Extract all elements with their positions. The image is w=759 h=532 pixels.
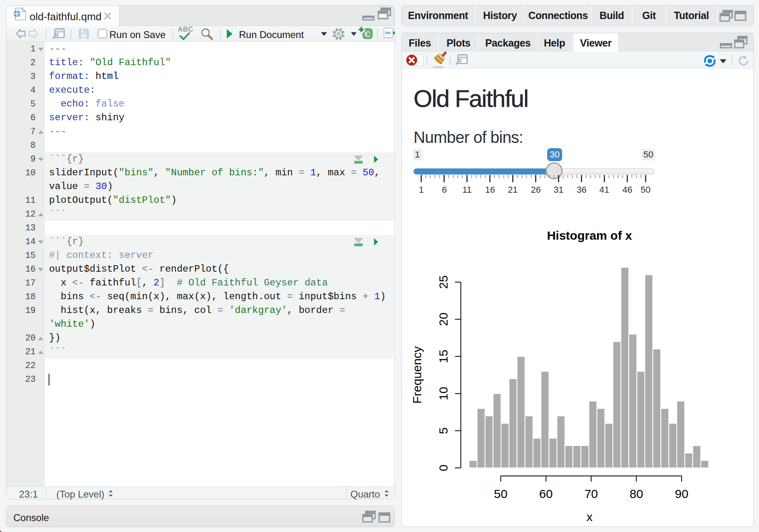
svg-text:Frequency: Frequency xyxy=(410,346,424,404)
svg-text:5: 5 xyxy=(437,427,450,434)
svg-text:80: 80 xyxy=(630,487,643,500)
svg-text:20: 20 xyxy=(437,313,450,326)
svg-text:25: 25 xyxy=(437,275,450,289)
svg-text:10: 10 xyxy=(437,387,450,400)
svg-text:C: C xyxy=(365,30,371,38)
svg-text:90: 90 xyxy=(675,487,688,500)
svg-text:x: x xyxy=(586,510,593,523)
svg-text:70: 70 xyxy=(584,487,598,500)
svg-text:50: 50 xyxy=(494,487,507,500)
svg-text:Histogram of x: Histogram of x xyxy=(547,229,632,242)
svg-text:15: 15 xyxy=(437,350,450,363)
svg-text:60: 60 xyxy=(539,487,552,500)
svg-text:0: 0 xyxy=(437,464,450,471)
